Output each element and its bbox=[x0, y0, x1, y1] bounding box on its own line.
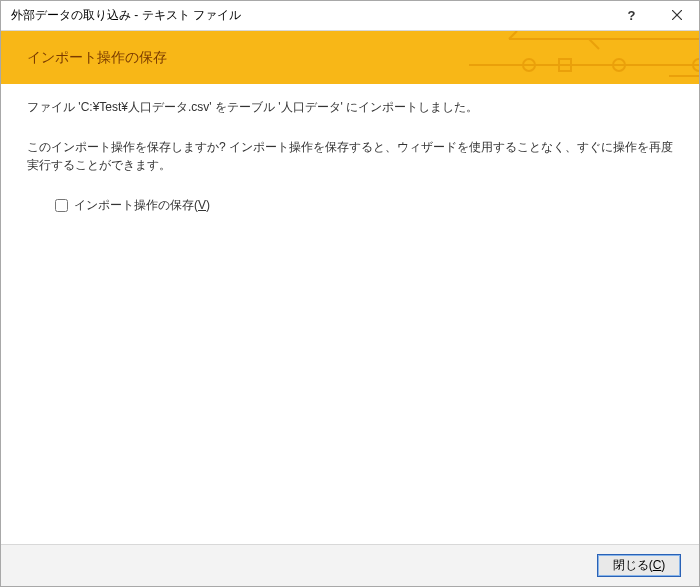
save-import-checkbox-row: インポート操作の保存(V) bbox=[55, 196, 673, 214]
save-import-checkbox-label[interactable]: インポート操作の保存(V) bbox=[74, 196, 210, 214]
help-icon: ? bbox=[628, 8, 636, 23]
header-title: インポート操作の保存 bbox=[1, 49, 167, 67]
header-band: インポート操作の保存 bbox=[1, 31, 699, 84]
import-result-message: ファイル 'C:¥Test¥人口データ.csv' をテーブル '人口データ' に… bbox=[27, 98, 673, 116]
footer: 閉じる(C) bbox=[1, 544, 699, 586]
svg-line-7 bbox=[509, 31, 517, 39]
titlebar-buttons: ? bbox=[609, 1, 699, 30]
save-prompt-message: このインポート操作を保存しますか? インポート操作を保存すると、ウィザードを使用… bbox=[27, 138, 673, 174]
window-title: 外部データの取り込み - テキスト ファイル bbox=[1, 7, 241, 24]
svg-line-8 bbox=[589, 39, 599, 49]
close-button[interactable]: 閉じる(C) bbox=[597, 554, 681, 577]
titlebar: 外部データの取り込み - テキスト ファイル ? bbox=[1, 1, 699, 31]
close-icon bbox=[672, 8, 682, 23]
header-decor bbox=[469, 31, 699, 84]
dialog-window: 外部データの取り込み - テキスト ファイル ? インポート操作の保存 bbox=[0, 0, 700, 587]
save-import-checkbox[interactable] bbox=[55, 199, 68, 212]
help-button[interactable]: ? bbox=[609, 1, 654, 30]
close-window-button[interactable] bbox=[654, 1, 699, 30]
content-area: ファイル 'C:¥Test¥人口データ.csv' をテーブル '人口データ' に… bbox=[1, 84, 699, 544]
